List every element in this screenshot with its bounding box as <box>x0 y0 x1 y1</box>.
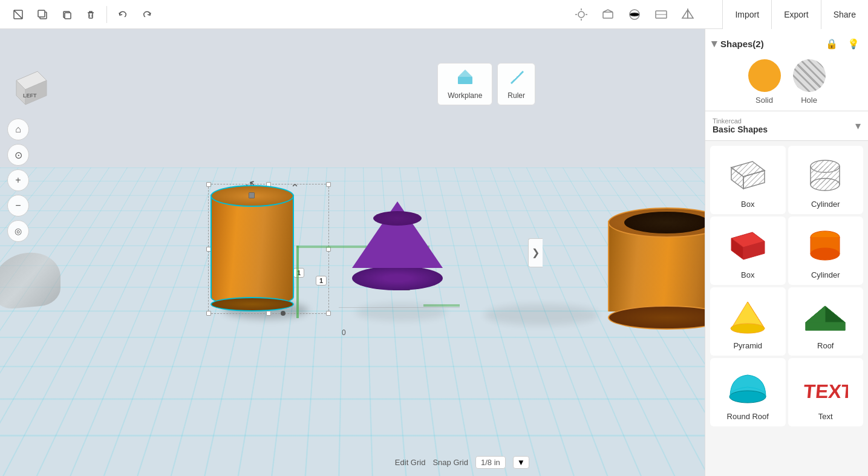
roof-img <box>801 295 850 337</box>
hole-label: Hole <box>801 96 817 105</box>
svg-rect-53 <box>806 322 845 330</box>
shape-label-cylinder-solid: Cylinder <box>811 270 840 279</box>
edit-grid-link[interactable]: Edit Grid <box>395 458 426 467</box>
svg-text:TEXT: TEXT <box>803 380 848 402</box>
shape-item-cylinder-solid[interactable]: Cylinder <box>788 217 864 285</box>
handle-bl[interactable] <box>206 311 211 316</box>
undo-button[interactable] <box>112 4 134 25</box>
svg-rect-3 <box>38 10 45 17</box>
tools-panel: Workplane Ruler <box>437 63 535 105</box>
svg-line-1 <box>14 10 22 19</box>
nav-actions <box>570 4 699 25</box>
handle-tl[interactable] <box>206 182 211 187</box>
axis-zero-label: 0 <box>342 328 346 337</box>
box-hole-img <box>723 154 772 196</box>
share-button[interactable]: Share <box>821 0 868 29</box>
shape-item-pyramid[interactable]: Pyramid <box>710 287 786 356</box>
shape-item-cylinder-hole[interactable]: Cylinder <box>788 146 864 214</box>
svg-marker-25 <box>458 70 472 77</box>
import-button[interactable]: Import <box>722 0 771 29</box>
measure-line-v <box>296 246 299 318</box>
viewport[interactable]: LEFT ⌂ ⊙ + − ◎ Workplane <box>0 29 705 476</box>
shape-label-cylinder-hole: Cylinder <box>811 200 840 209</box>
delete-button[interactable] <box>80 4 102 25</box>
shape-item-box-hole[interactable]: Box <box>710 146 786 214</box>
handle-br[interactable] <box>326 311 331 316</box>
hole-option[interactable]: Hole <box>793 59 826 105</box>
shape-label-box-solid: Box <box>741 270 754 279</box>
shape-item-round-roof[interactable]: Round Roof <box>710 358 786 426</box>
solid-circle <box>748 59 781 92</box>
main-area: LEFT ⌂ ⊙ + − ◎ Workplane <box>0 29 868 476</box>
copy-button[interactable] <box>31 4 53 25</box>
redo-button[interactable] <box>136 4 158 25</box>
bottom-bar: Edit Grid Snap Grid 1/8 in ▼ <box>395 456 529 469</box>
new-button[interactable] <box>7 4 29 25</box>
shapes-header: ▾ Shapes(2) 🔒 💡 <box>711 35 862 52</box>
export-button[interactable]: Export <box>771 0 820 29</box>
box-solid-img <box>723 224 772 267</box>
mirror-nav-btn[interactable] <box>677 4 699 25</box>
shape-item-roof[interactable]: Roof <box>788 287 864 356</box>
dim-label-3: 1 <box>316 276 327 285</box>
snap-grid-label: Snap Grid <box>432 458 468 467</box>
right-panel: ▾ Shapes(2) 🔒 💡 Solid Hole <box>705 29 868 476</box>
gray-shape-left <box>0 250 60 310</box>
axis-line-h <box>339 307 460 308</box>
hole-circle <box>793 59 826 92</box>
solid-label: Solid <box>755 96 773 105</box>
library-brand: Tinkercad <box>713 117 768 125</box>
library-dropdown-btn[interactable]: ▾ <box>855 119 861 132</box>
snap-grid-value: 1/8 in <box>475 456 506 469</box>
shape-label-pyramid: Pyramid <box>733 341 762 350</box>
cylinder-solid-img <box>801 224 850 267</box>
shape-nav-btn[interactable] <box>597 4 619 25</box>
workplane-icon <box>457 68 474 89</box>
svg-marker-19 <box>682 10 688 18</box>
purple-cone[interactable] <box>352 201 443 290</box>
shapes-title: Shapes(2) <box>720 39 764 49</box>
duplicate-button[interactable] <box>56 4 77 25</box>
shape-label-box-hole: Box <box>741 200 754 209</box>
shapes-panel: ▾ Shapes(2) 🔒 💡 Solid Hole <box>705 29 868 111</box>
shapes-grid: Box <box>705 141 868 431</box>
pyramid-img <box>723 295 772 337</box>
ruler-label: Ruler <box>507 91 525 100</box>
light-nav-btn[interactable] <box>570 4 592 25</box>
round-roof-img <box>723 366 772 408</box>
text-img: TEXT <box>801 366 850 408</box>
library-info: Tinkercad Basic Shapes <box>713 117 768 134</box>
shapes-chevron[interactable]: ▾ <box>711 37 717 50</box>
shape-item-text[interactable]: TEXT Text <box>788 358 864 426</box>
svg-point-38 <box>811 178 840 191</box>
shape-label-round-roof: Round Roof <box>727 412 769 421</box>
align-nav-btn[interactable] <box>650 4 672 25</box>
lock-btn[interactable]: 🔒 <box>823 35 840 52</box>
solid-option[interactable]: Solid <box>748 59 781 105</box>
svg-marker-20 <box>688 10 693 18</box>
panel-chevron[interactable]: ❯ <box>528 238 543 267</box>
svg-rect-14 <box>603 12 613 18</box>
light-btn[interactable]: 💡 <box>845 35 862 52</box>
circle-nav-btn[interactable] <box>624 4 645 25</box>
handle-tr[interactable] <box>326 182 331 187</box>
shape-label-roof: Roof <box>817 341 834 350</box>
workplane-btn[interactable]: Workplane <box>437 63 492 105</box>
library-header: Tinkercad Basic Shapes ▾ <box>705 111 868 141</box>
svg-point-54 <box>729 391 766 403</box>
shape-item-box-solid[interactable]: Box <box>710 217 786 285</box>
svg-point-16 <box>630 13 639 16</box>
top-toolbar: Import Export Share <box>0 0 868 29</box>
shapes-title-container: ▾ Shapes(2) <box>711 37 764 50</box>
top-right-buttons: Import Export Share <box>722 0 868 28</box>
purple-cone-shadow <box>356 303 446 321</box>
scene-objects: ↺ ⌃ 1 1 1 -2¼ <box>0 29 705 476</box>
svg-rect-24 <box>458 77 472 84</box>
shape-options: Solid Hole <box>711 59 862 105</box>
library-name: Basic Shapes <box>713 125 768 134</box>
cylinder-hole-img <box>801 154 850 196</box>
ruler-btn[interactable]: Ruler <box>497 63 535 105</box>
brown-cyl-right-shadow <box>484 304 599 325</box>
snap-grid-dropdown[interactable]: ▼ <box>513 456 529 469</box>
svg-point-49 <box>731 324 765 333</box>
